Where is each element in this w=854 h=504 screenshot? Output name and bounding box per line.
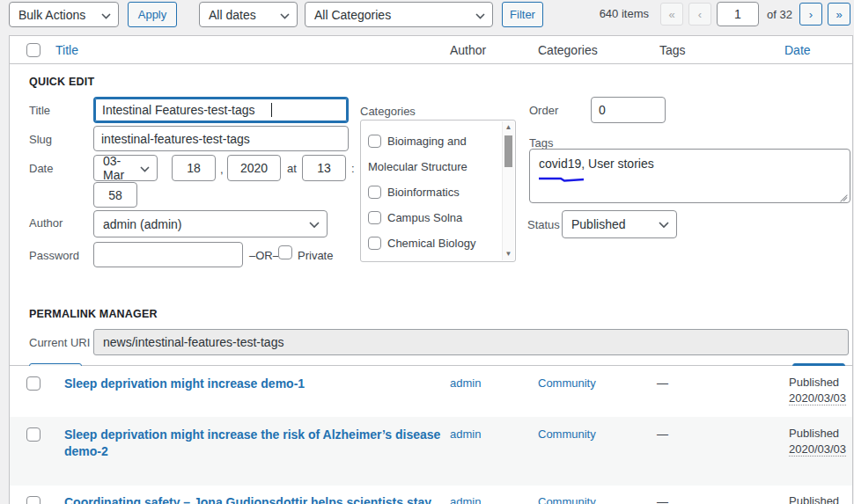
permalink-manager-heading: PERMALINK MANAGER xyxy=(29,308,158,320)
post-category-link[interactable]: Community xyxy=(538,376,596,390)
category-checkbox-item[interactable]: Campus Solna xyxy=(368,205,496,230)
categories-list-box: Bioimaging and Molecular Structure Bioin… xyxy=(360,120,516,262)
title-input[interactable] xyxy=(93,97,349,123)
post-status-cell: Published xyxy=(789,376,839,389)
post-title-link[interactable]: Coordinating safety – Jona Gudjonsdottir… xyxy=(64,494,456,504)
private-checkbox-label: Private xyxy=(298,249,333,262)
table-row: Sleep deprivation might increase demo-1 … xyxy=(10,366,852,417)
category-checkbox[interactable] xyxy=(368,135,381,148)
password-input[interactable] xyxy=(93,242,243,267)
pagination-next-button[interactable]: › xyxy=(799,3,822,26)
items-count: 640 items xyxy=(577,7,649,20)
current-page-input[interactable] xyxy=(717,2,759,26)
category-checkbox[interactable] xyxy=(368,186,381,199)
category-label: Chemical Biology and Genome Engineering xyxy=(368,237,475,262)
private-checkbox[interactable] xyxy=(278,245,292,259)
post-category-link[interactable]: Community xyxy=(538,495,596,504)
scrollbar-thumb[interactable] xyxy=(504,135,512,167)
row-checkbox[interactable] xyxy=(26,427,40,442)
filter-button[interactable]: Filter xyxy=(502,2,543,27)
pagination-last-button[interactable]: » xyxy=(828,3,850,26)
category-checkbox-item[interactable]: Bioinformatics xyxy=(368,179,496,205)
author-select[interactable]: admin (admin) xyxy=(93,210,328,237)
date-month-select[interactable]: 03-Mar xyxy=(93,155,158,181)
status-value: Published xyxy=(571,217,626,231)
categories-scrollbar[interactable]: ▲ ▼ xyxy=(502,121,514,260)
date-day-input[interactable] xyxy=(172,155,216,181)
order-input[interactable] xyxy=(591,97,666,123)
current-uri-field[interactable]: news/intestinal-features-test-tags xyxy=(93,329,849,355)
current-uri-value: news/intestinal-features-test-tags xyxy=(103,335,283,349)
spellcheck-underline xyxy=(538,176,587,183)
chevron-down-icon xyxy=(280,8,290,22)
table-row: Coordinating safety – Jona Gudjonsdottir… xyxy=(10,486,852,504)
row-checkbox[interactable] xyxy=(26,496,40,504)
post-tags-cell: — xyxy=(657,495,668,504)
text-caret xyxy=(271,103,272,117)
select-all-checkbox[interactable] xyxy=(26,43,40,57)
post-author-link[interactable]: admin xyxy=(450,427,481,441)
date-filter-label: All dates xyxy=(209,8,256,22)
category-label: Bioimaging and Molecular Structure xyxy=(368,135,467,173)
category-checkbox[interactable] xyxy=(368,237,381,250)
categories-field-label: Categories xyxy=(360,105,416,118)
resize-handle[interactable] xyxy=(839,192,848,201)
scroll-down-icon[interactable]: ▼ xyxy=(503,249,514,259)
date-comma: , xyxy=(220,163,224,176)
table-row: Sleep deprivation might increase the ris… xyxy=(10,417,852,486)
category-filter-select[interactable]: All Categories xyxy=(305,2,493,27)
table-header-row: Title Author Categories Tags Date xyxy=(10,36,852,64)
column-header-date[interactable]: Date xyxy=(784,43,811,57)
post-date-cell: 2020/03/03 xyxy=(789,391,846,405)
bulk-actions-label: Bulk Actions xyxy=(18,8,85,22)
post-tags-cell: — xyxy=(657,427,668,441)
pagination-prev-button[interactable]: ‹ xyxy=(688,3,711,26)
scroll-up-icon[interactable]: ▲ xyxy=(503,122,514,133)
password-field-label: Password xyxy=(29,249,79,262)
or-separator-label: –OR– xyxy=(249,249,279,262)
category-checkbox-item[interactable]: Chemical Biology and Genome Engineering xyxy=(368,230,496,262)
column-header-tags: Tags xyxy=(659,43,686,57)
current-uri-label: Current URI xyxy=(29,336,90,349)
date-field-label: Date xyxy=(29,162,53,175)
posts-table: Title Author Categories Tags Date QUICK … xyxy=(9,35,853,504)
post-category-link[interactable]: Community xyxy=(538,427,596,441)
slug-input[interactable] xyxy=(93,126,349,151)
post-date-cell: 2020/03/03 xyxy=(789,442,846,456)
title-field-label: Title xyxy=(29,104,50,117)
chevron-down-icon xyxy=(309,217,320,231)
date-year-input[interactable] xyxy=(227,155,281,181)
slug-field-label: Slug xyxy=(29,133,52,146)
date-minute-input[interactable] xyxy=(93,182,137,208)
total-pages-label: of 32 xyxy=(767,8,792,21)
status-field-label: Status xyxy=(527,218,560,231)
tags-value: covid19, User stories xyxy=(539,157,654,171)
category-label: Bioinformatics xyxy=(387,186,460,199)
post-author-link[interactable]: admin xyxy=(450,495,481,504)
post-title-link[interactable]: Sleep deprivation might increase demo-1 xyxy=(64,376,450,392)
post-tags-cell: — xyxy=(657,376,668,390)
quick-edit-panel: QUICK EDIT Title Slug Date 03-Mar , at :… xyxy=(10,64,852,366)
chevron-down-icon xyxy=(659,217,669,231)
category-checkbox[interactable] xyxy=(368,211,381,224)
post-title-link[interactable]: Sleep deprivation might increase the ris… xyxy=(64,427,450,460)
row-checkbox[interactable] xyxy=(26,376,40,391)
post-author-link[interactable]: admin xyxy=(450,376,481,390)
apply-button[interactable]: Apply xyxy=(128,2,177,27)
tags-field-label: Tags xyxy=(529,136,553,150)
chevron-down-icon xyxy=(140,161,150,175)
date-filter-select[interactable]: All dates xyxy=(199,2,298,27)
status-select[interactable]: Published xyxy=(562,210,677,238)
date-hour-input[interactable] xyxy=(302,155,346,181)
author-value: admin (admin) xyxy=(103,217,181,231)
chevron-down-icon xyxy=(475,8,485,22)
pagination-first-button[interactable]: « xyxy=(660,3,683,26)
column-header-title[interactable]: Title xyxy=(55,43,78,57)
category-checkbox-item[interactable]: Bioimaging and Molecular Structure xyxy=(368,128,496,179)
post-status-cell: Published xyxy=(789,427,839,440)
chevron-down-icon xyxy=(101,8,111,22)
bulk-actions-select[interactable]: Bulk Actions xyxy=(9,2,119,27)
quick-edit-heading: QUICK EDIT xyxy=(29,76,94,88)
order-field-label: Order xyxy=(529,104,558,117)
category-label: Campus Solna xyxy=(387,211,462,224)
